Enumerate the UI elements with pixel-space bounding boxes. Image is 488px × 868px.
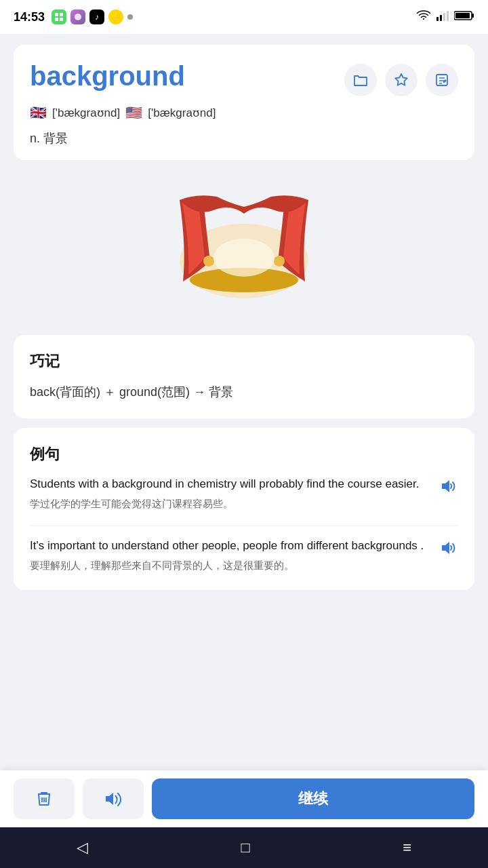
divider	[30, 526, 458, 526]
svg-rect-2	[55, 18, 58, 21]
delete-button[interactable]	[14, 778, 75, 819]
battery-icon	[454, 10, 474, 24]
main-content: background 🇬🇧 ['bækgraʊnd] 🇺🇸 ['bækgraʊn…	[0, 34, 488, 868]
nav-home-icon: □	[241, 839, 249, 856]
word-header: background	[30, 61, 458, 96]
status-bar: 14:53 ♪ ⚡	[0, 0, 488, 34]
signal-icon	[436, 10, 449, 24]
example-en-1: Students with a background in chemistry …	[30, 475, 431, 493]
nav-menu-icon: ≡	[403, 839, 411, 856]
status-dot	[127, 14, 133, 20]
example-item-1: Students with a background in chemistry …	[30, 475, 458, 512]
phonetics: 🇬🇧 ['bækgraʊnd] 🇺🇸 ['bækgraʊnd]	[30, 104, 458, 121]
svg-point-19	[274, 256, 285, 267]
note-button[interactable]	[426, 64, 458, 96]
mnemonic-text: back(背面的) ＋ ground(范围) → 背景	[30, 382, 458, 402]
svg-rect-0	[55, 13, 58, 16]
image-card	[14, 170, 474, 326]
star-button[interactable]	[385, 64, 418, 96]
examples-title: 例句	[30, 444, 458, 465]
svg-rect-3	[60, 18, 63, 21]
example-item-2: It's important to understand other peopl…	[30, 537, 458, 574]
mnemonic-card: 巧记 back(背面的) ＋ ground(范围) → 背景	[14, 335, 474, 418]
example-text-group-1: Students with a background in chemistry …	[30, 475, 431, 512]
svg-rect-7	[443, 13, 445, 21]
example-zh-2: 要理解别人，理解那些来自不同背景的人，这是很重要的。	[30, 558, 431, 574]
nav-bar: ◁ □ ≡	[0, 827, 488, 868]
svg-rect-1	[60, 13, 63, 16]
status-time: 14:53	[14, 10, 45, 24]
word-card: background 🇬🇧 ['bækgraʊnd] 🇺🇸 ['bækgraʊn…	[14, 45, 474, 160]
stage-svg	[176, 193, 312, 302]
svg-rect-6	[440, 15, 442, 21]
svg-point-18	[203, 256, 214, 267]
svg-rect-8	[447, 11, 449, 21]
speaker-button-1[interactable]	[439, 475, 458, 500]
uk-phonetic: ['bækgraʊnd]	[52, 106, 120, 120]
svg-rect-10	[472, 14, 474, 18]
audio-button[interactable]	[83, 778, 144, 819]
bottom-toolbar: 继续	[0, 770, 488, 827]
example-zh-1: 学过化学的学生可能会觉得这门课程容易些。	[30, 496, 431, 512]
speaker-button-2[interactable]	[439, 537, 458, 561]
app-icon-1	[52, 9, 66, 24]
continue-button[interactable]: 继续	[152, 778, 474, 819]
nav-back-icon: ◁	[77, 839, 88, 856]
app-icon-4: ⚡	[108, 9, 123, 24]
svg-rect-5	[436, 17, 439, 21]
nav-menu-button[interactable]: ≡	[382, 833, 432, 862]
word-title: background	[30, 61, 185, 92]
svg-point-20	[214, 239, 274, 277]
example-text-group-2: It's important to understand other peopl…	[30, 537, 431, 574]
status-right	[416, 10, 474, 24]
us-phonetic: ['bækgraʊnd]	[148, 106, 216, 120]
app-icon-2	[70, 9, 85, 24]
status-icons: ♪ ⚡	[52, 9, 133, 24]
example-card: 例句 Students with a background in chemist…	[14, 428, 474, 590]
uk-flag: 🇬🇧	[30, 104, 47, 121]
mnemonic-title: 巧记	[30, 351, 458, 372]
word-actions	[344, 64, 458, 96]
status-left: 14:53 ♪ ⚡	[14, 9, 133, 24]
svg-point-4	[75, 14, 81, 20]
folder-button[interactable]	[344, 64, 377, 96]
word-meaning: n. 背景	[30, 130, 458, 146]
nav-back-button[interactable]: ◁	[56, 833, 108, 862]
nav-home-button[interactable]: □	[220, 833, 270, 862]
example-en-2: It's important to understand other peopl…	[30, 537, 431, 555]
svg-rect-11	[455, 13, 470, 18]
app-icon-3: ♪	[89, 9, 104, 24]
wifi-icon	[416, 10, 431, 24]
us-flag: 🇺🇸	[125, 104, 142, 121]
